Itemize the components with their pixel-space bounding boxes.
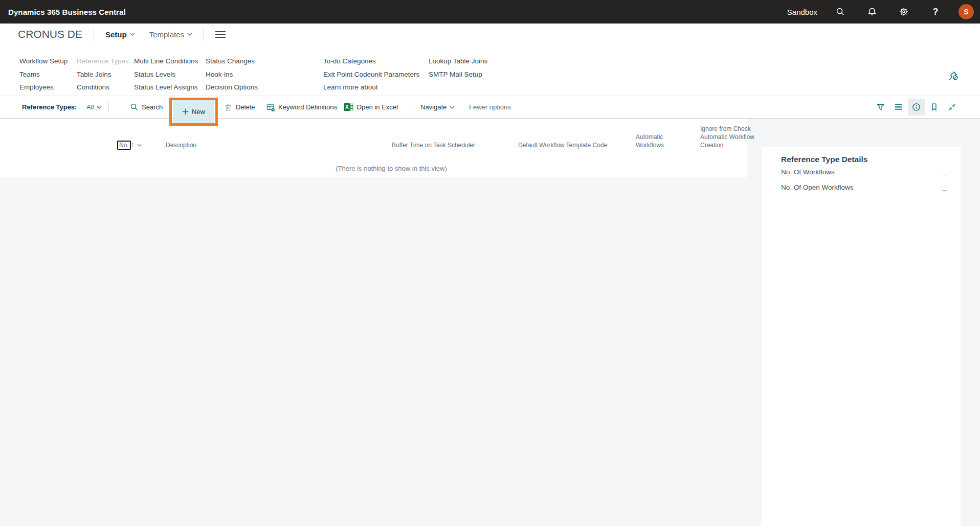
factbox-title: Reference Type Details — [781, 155, 946, 164]
chevron-down-icon — [130, 33, 135, 36]
factbox-field-row: No. Of Workflows _ — [781, 164, 946, 179]
nav-item-lookup-table-joins[interactable]: Lookup Table Joins — [429, 55, 487, 68]
new-button[interactable]: New — [173, 100, 214, 123]
nav-item-decision-options[interactable]: Decision Options — [206, 81, 258, 94]
nav-item-conditions[interactable]: Conditions — [77, 81, 129, 94]
factbox-reference-type-details: Reference Type Details No. Of Workflows … — [762, 147, 961, 526]
field-label-no-of-workflows: No. Of Workflows — [781, 168, 835, 176]
nav-item-status-levels[interactable]: Status Levels — [134, 68, 198, 81]
excel-icon: X — [344, 103, 353, 111]
notifications-bell-icon[interactable] — [863, 3, 881, 20]
keyword-definitions-action[interactable]: Keyword Definitions — [266, 96, 337, 118]
nav-item-multi-line-conditions[interactable]: Multi Line Conditions — [134, 55, 198, 68]
nav-column-1: Workflow Setup Teams Employees — [19, 55, 68, 94]
page-content: No. ↑ Description Buffer Time on Task Sc… — [0, 119, 980, 526]
nav-column-5: To-do Categories Exit Point Codeunit Par… — [323, 55, 419, 94]
company-name[interactable]: CRONUS DE — [18, 28, 82, 40]
menu-templates[interactable]: Templates — [149, 30, 192, 39]
app-title: Dynamics 365 Business Central — [8, 8, 126, 16]
nav-item-exit-point-codeunit-parameters[interactable]: Exit Point Codeunit Parameters — [323, 68, 419, 81]
nav-item-employees[interactable]: Employees — [19, 81, 68, 94]
nav-item-status-level-assigns[interactable]: Status Level Assigns — [134, 81, 198, 94]
setup-links-panel: Workflow Setup Teams Employees Reference… — [0, 45, 980, 96]
divider — [204, 28, 204, 41]
chevron-down-icon — [187, 33, 192, 36]
list-caption: Reference Types: — [22, 96, 77, 118]
search-icon[interactable] — [832, 3, 849, 20]
nav-item-hook-ins[interactable]: Hook-ins — [206, 68, 258, 81]
top-app-bar: Dynamics 365 Business Central Sandbox ? … — [0, 0, 980, 24]
divider — [412, 101, 412, 113]
nav-item-smtp-mail-setup[interactable]: SMTP Mail Setup — [429, 68, 487, 81]
filter-icon[interactable] — [872, 99, 889, 116]
collapse-icon[interactable] — [944, 99, 961, 116]
column-header-buffer-time[interactable]: Buffer Time on Task Scheduler — [392, 142, 475, 149]
nav-item-workflow-setup[interactable]: Workflow Setup — [19, 55, 68, 68]
toolbar-right-icons — [872, 99, 961, 116]
divider — [338, 101, 338, 113]
list-worksheet: No. ↑ Description Buffer Time on Task Sc… — [0, 119, 747, 177]
hamburger-menu-icon[interactable] — [215, 29, 226, 39]
table-gear-icon — [266, 103, 275, 112]
column-header-no[interactable]: No. — [117, 141, 131, 150]
chevron-down-icon — [97, 106, 102, 109]
search-icon — [130, 103, 139, 111]
delete-action[interactable]: Delete — [224, 96, 255, 118]
nav-column-6: Lookup Table Joins SMTP Mail Setup — [429, 55, 487, 81]
open-in-excel-action[interactable]: X Open in Excel — [344, 96, 398, 118]
fewer-options-action[interactable]: Fewer options — [469, 96, 511, 118]
user-avatar[interactable]: S — [959, 4, 974, 19]
factbox-field-row: No. Of Open Workflows _ — [781, 179, 946, 195]
page-ribbon: CRONUS DE Setup Templates — [0, 24, 980, 45]
nav-item-reference-types: Reference Types — [77, 55, 129, 68]
nav-item-status-changes[interactable]: Status Changes — [206, 55, 258, 68]
field-value-no-of-open-workflows[interactable]: _ — [942, 184, 946, 191]
sort-ascending-icon: ↑ — [131, 141, 134, 148]
column-header-automatic-workflows[interactable]: Automatic Workflows — [636, 133, 673, 149]
details-info-icon[interactable] — [908, 99, 925, 116]
nav-item-table-joins[interactable]: Table Joins — [77, 68, 129, 81]
trash-icon — [224, 103, 233, 112]
business-central-app: Dynamics 365 Business Central Sandbox ? … — [0, 0, 980, 526]
settings-gear-icon[interactable] — [895, 3, 912, 20]
help-icon[interactable]: ? — [927, 3, 944, 20]
divider — [108, 101, 109, 113]
nav-column-3: Multi Line Conditions Status Levels Stat… — [134, 55, 198, 94]
bookmark-icon[interactable] — [926, 99, 943, 116]
field-label-no-of-open-workflows: No. Of Open Workflows — [781, 184, 854, 191]
menu-setup[interactable]: Setup — [105, 30, 135, 39]
search-action[interactable]: Search — [130, 96, 163, 118]
empty-list-message: (There is nothing to show in this view) — [289, 165, 494, 172]
nav-item-learn-more-about[interactable]: Learn more about — [323, 81, 419, 94]
environment-badge[interactable]: Sandbox — [787, 8, 817, 16]
action-bar: Reference Types: All Search New Delete K… — [0, 96, 980, 119]
nav-column-4: Status Changes Hook-ins Decision Options — [206, 55, 258, 94]
svg-text:X: X — [345, 104, 349, 110]
chevron-down-icon — [450, 106, 455, 109]
nav-item-todo-categories[interactable]: To-do Categories — [323, 55, 419, 68]
field-value-no-of-workflows[interactable]: _ — [942, 168, 946, 176]
view-filter-all[interactable]: All — [86, 96, 102, 118]
navigate-menu[interactable]: Navigate — [420, 96, 455, 118]
column-header-template-code[interactable]: Default Workflow Template Code — [518, 142, 607, 149]
column-header-ignore-from-check[interactable]: Ignore from Check Automatic Workflow Cre… — [700, 125, 758, 149]
unpin-icon[interactable] — [947, 70, 960, 82]
list-view-icon[interactable] — [890, 99, 907, 116]
nav-item-teams[interactable]: Teams — [19, 68, 68, 81]
nav-column-2: Reference Types Table Joins Conditions — [77, 55, 129, 94]
plus-icon — [182, 108, 189, 115]
column-menu-chevron-icon[interactable] — [137, 144, 142, 147]
column-header-description[interactable]: Description — [166, 142, 196, 149]
divider — [94, 28, 94, 41]
